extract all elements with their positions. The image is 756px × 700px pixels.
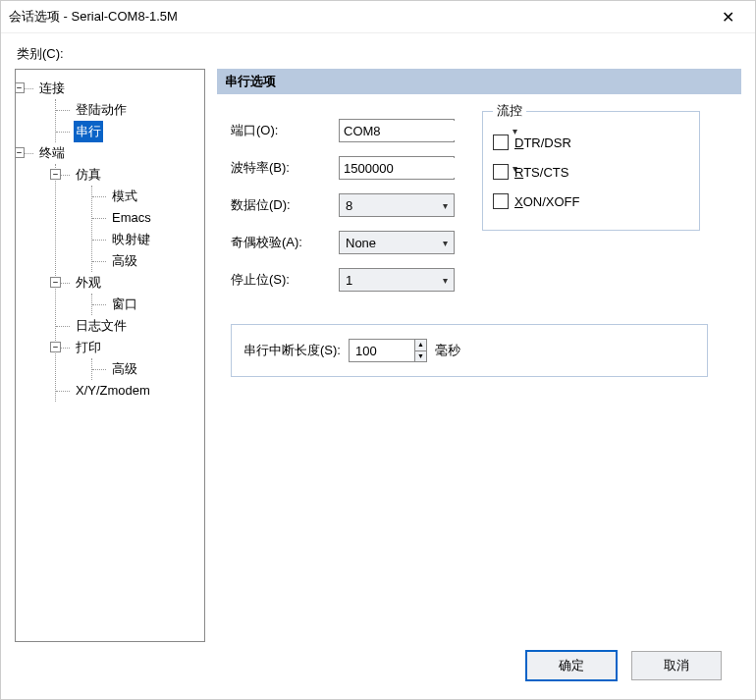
collapse-icon[interactable]: − bbox=[50, 169, 61, 180]
rts-cts-checkbox[interactable]: RTS/CTS bbox=[493, 157, 689, 187]
collapse-icon[interactable]: − bbox=[50, 342, 61, 352]
databits-combo[interactable]: 8 ▾ bbox=[339, 193, 455, 217]
tree-item-login-action[interactable]: 登陆动作 bbox=[56, 99, 200, 121]
break-length-spinner[interactable]: ▲ ▼ bbox=[349, 339, 427, 362]
section-header: 串行选项 bbox=[217, 69, 741, 94]
cancel-button[interactable]: 取消 bbox=[631, 651, 722, 680]
ok-button[interactable]: 确定 bbox=[525, 650, 618, 681]
port-label: 端口(O): bbox=[231, 122, 339, 139]
dialog-window: 会话选项 - Serial-COM8-1.5M ✕ 类别(C): − 连接 登陆… bbox=[0, 0, 756, 700]
dialog-body: 类别(C): − 连接 登陆动作 串行 bbox=[1, 33, 755, 699]
stopbits-label: 停止位(S): bbox=[231, 271, 339, 289]
break-unit: 毫秒 bbox=[435, 342, 460, 359]
dialog-footer: 确定 取消 bbox=[15, 642, 741, 699]
checkbox-icon[interactable] bbox=[493, 193, 509, 209]
baud-label: 波特率(B): bbox=[231, 159, 339, 177]
parity-combo[interactable]: None ▾ bbox=[339, 231, 455, 254]
tree-item-emacs[interactable]: Emacs bbox=[92, 207, 200, 229]
form-area: 端口(O): ▾ 波特率(B): ▾ 数 bbox=[217, 112, 741, 377]
stopbits-combo[interactable]: 1 ▾ bbox=[339, 268, 455, 292]
title-bar: 会话选项 - Serial-COM8-1.5M ✕ bbox=[1, 1, 755, 33]
tree-item-advanced-term[interactable]: 高级 bbox=[92, 250, 200, 272]
tree-item-advanced-print[interactable]: 高级 bbox=[92, 358, 200, 380]
break-group: 串行中断长度(S): ▲ ▼ 毫秒 bbox=[231, 324, 708, 377]
parity-label: 奇偶校验(A): bbox=[231, 234, 339, 251]
xon-xoff-checkbox[interactable]: XON/XOFF bbox=[493, 187, 689, 216]
tree-item-appearance[interactable]: − 外观 窗口 bbox=[56, 272, 200, 315]
collapse-icon[interactable]: − bbox=[50, 277, 61, 288]
baud-combo[interactable]: ▾ bbox=[339, 156, 455, 180]
dtr-dsr-checkbox[interactable]: DTR/DSR bbox=[493, 128, 689, 157]
spin-down-icon[interactable]: ▼ bbox=[415, 350, 426, 362]
spin-up-icon[interactable]: ▲ bbox=[415, 340, 426, 350]
flow-control-group: 流控 DTR/DSR RTS/CTS XON/XOFF bbox=[482, 102, 700, 231]
break-length-input[interactable] bbox=[350, 340, 414, 361]
category-tree[interactable]: − 连接 登陆动作 串行 − 终端 bbox=[15, 69, 205, 642]
chevron-down-icon[interactable]: ▾ bbox=[436, 275, 454, 286]
tree-item-emulation[interactable]: − 仿真 模式 Emacs 映射键 高级 bbox=[56, 164, 200, 272]
settings-pane: 串行选项 端口(O): ▾ 波特率(B): ▾ bbox=[217, 69, 741, 642]
tree-item-window[interactable]: 窗口 bbox=[92, 294, 200, 315]
tree-item-map-keys[interactable]: 映射键 bbox=[92, 229, 200, 250]
break-label: 串行中断长度(S): bbox=[243, 342, 341, 359]
tree-item-logfile[interactable]: 日志文件 bbox=[56, 315, 200, 337]
tree-item-mode[interactable]: 模式 bbox=[92, 186, 200, 207]
category-label: 类别(C): bbox=[17, 45, 741, 63]
checkbox-icon[interactable] bbox=[493, 135, 509, 150]
tree-item-connection[interactable]: − 连接 登陆动作 串行 bbox=[20, 78, 200, 142]
chevron-down-icon[interactable]: ▾ bbox=[436, 238, 454, 248]
window-title: 会话选项 - Serial-COM8-1.5M bbox=[9, 8, 708, 26]
collapse-icon[interactable]: − bbox=[15, 82, 25, 93]
chevron-down-icon[interactable]: ▾ bbox=[436, 200, 454, 211]
collapse-icon[interactable]: − bbox=[15, 147, 25, 158]
checkbox-icon[interactable] bbox=[493, 164, 509, 180]
tree-item-terminal[interactable]: − 终端 − 仿真 模式 Emacs 映射键 高级 bbox=[20, 142, 200, 402]
tree-item-serial[interactable]: 串行 bbox=[56, 121, 200, 142]
port-combo[interactable]: ▾ bbox=[339, 119, 455, 142]
columns: − 连接 登陆动作 串行 − 终端 bbox=[15, 69, 741, 642]
close-icon[interactable]: ✕ bbox=[708, 8, 747, 27]
tree-item-printing[interactable]: − 打印 高级 bbox=[56, 337, 200, 380]
databits-label: 数据位(D): bbox=[231, 196, 339, 214]
tree-item-xyzmodem[interactable]: X/Y/Zmodem bbox=[56, 380, 200, 402]
flow-legend: 流控 bbox=[493, 102, 526, 120]
